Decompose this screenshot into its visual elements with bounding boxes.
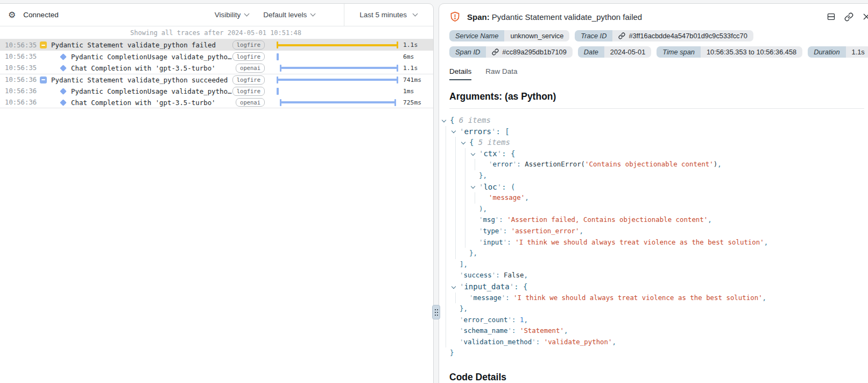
tab-raw-data[interactable]: Raw Data <box>485 67 517 80</box>
code-line: }, <box>442 248 868 259</box>
indent-guide <box>462 192 471 204</box>
indent-guide <box>471 192 481 204</box>
indent-guide <box>442 303 452 315</box>
time-range-selector[interactable]: Last 5 minutes <box>344 4 433 26</box>
link-icon[interactable] <box>618 32 625 39</box>
code-text: }, <box>479 170 487 182</box>
close-icon[interactable] <box>862 12 868 21</box>
indent-guide <box>462 182 471 193</box>
indent-guide <box>462 204 471 215</box>
span-detail-panel: Span: Pydantic Statement validate_python… <box>439 3 868 383</box>
meta-pill-trace-id: Trace ID#3ff16acbdde4a547b01d9c9c533fcc7… <box>575 30 753 41</box>
tree-collapse-icon[interactable] <box>452 281 460 293</box>
trace-row-duration: 1ms <box>403 88 433 95</box>
copy-link-icon[interactable] <box>844 12 853 22</box>
split-view-icon[interactable] <box>827 12 836 21</box>
trace-row-icon-area <box>60 66 67 71</box>
meta-pill-label: Service Name <box>449 30 504 41</box>
trace-list-menus: Visibility Default levels Last 5 minutes <box>215 4 433 26</box>
code-text: 'type': 'assertion_error', <box>479 226 583 237</box>
trace-row[interactable]: 10:56:35Pydantic CompletionUsage validat… <box>0 51 433 62</box>
trace-row-icon-area <box>40 41 47 48</box>
code-text: { 6 items <box>450 115 491 126</box>
tree-collapse-icon[interactable] <box>471 148 479 159</box>
indent-guide <box>442 226 452 237</box>
code-line: 'success': False, <box>442 270 868 281</box>
tab-details[interactable]: Details <box>449 67 471 80</box>
tree-collapse-icon[interactable] <box>442 115 450 126</box>
chevron-down-icon <box>244 11 250 17</box>
trace-row[interactable]: 10:56:35Chat Completion with 'gpt-3.5-tu… <box>0 62 433 74</box>
collapse-toggle-warning-icon[interactable] <box>40 41 47 48</box>
code-line: ], <box>442 259 868 270</box>
trace-row-time: 10:56:35 <box>0 41 36 49</box>
trace-row-icon-area <box>60 89 67 94</box>
code-text: }, <box>469 248 477 259</box>
trace-duration-bar <box>280 99 397 106</box>
trace-row-bar-track <box>270 53 398 61</box>
trace-row-bar-track <box>270 64 398 72</box>
tree-collapse-icon[interactable] <box>471 182 479 193</box>
code-line: } <box>442 347 868 359</box>
indent-guide <box>452 137 462 148</box>
meta-pill-label: Time span <box>657 46 701 58</box>
trace-row-duration: 1.1s <box>403 65 433 72</box>
scope-badge: logfire <box>232 40 265 50</box>
trace-duration-bar <box>277 76 398 83</box>
indent-guide <box>471 159 481 170</box>
indent-guide <box>442 270 452 281</box>
panel-resize-handle[interactable] <box>432 305 440 319</box>
trace-row-time: 10:56:36 <box>0 87 36 95</box>
code-text: ], <box>460 259 468 270</box>
meta-pill-value-text: 10:56:35.353 to 10:56:36.458 <box>707 48 796 56</box>
code-text: 'success': False, <box>460 270 528 281</box>
meta-pill-duration: Duration1.1s <box>808 46 868 58</box>
trace-row-duration: 741ms <box>403 76 433 83</box>
link-icon[interactable] <box>492 48 499 55</box>
span-title-text: Pydantic Statement validate_python faile… <box>492 12 642 22</box>
default-levels-menu[interactable]: Default levels <box>263 11 315 19</box>
trace-row[interactable]: 10:56:36Chat Completion with 'gpt-3.5-tu… <box>0 97 433 108</box>
trace-row-time: 10:56:36 <box>0 99 36 106</box>
tree-collapse-icon[interactable] <box>452 126 460 137</box>
code-text: 'input': 'I think we should always treat… <box>479 237 768 248</box>
meta-pill-value: #cc89a295db1b7109 <box>486 46 573 58</box>
meta-pill-value: 1.1s <box>846 46 868 58</box>
code-text: 'msg': 'Assertion failed, Contains objec… <box>479 214 712 226</box>
meta-pill-label: Trace ID <box>575 30 612 41</box>
indent-guide <box>462 170 471 182</box>
trace-row[interactable]: 10:56:36Pydantic Statement validate_pyth… <box>0 74 433 85</box>
scope-badge: logfire <box>232 87 265 96</box>
meta-pill-value-text: 1.1s <box>852 48 865 56</box>
span-diamond-icon <box>60 65 67 72</box>
trace-row-duration: 6ms <box>403 53 433 60</box>
trace-row[interactable]: 10:56:36Pydantic CompletionUsage validat… <box>0 86 433 97</box>
code-line: 'loc': ( <box>442 182 868 193</box>
trace-row-time: 10:56:36 <box>0 76 36 83</box>
logfire-live-view: { "colors": { "warning_yellow": "#f0bb12… <box>0 0 868 383</box>
collapse-toggle-info-icon[interactable] <box>40 76 47 83</box>
meta-pill-value-text: #cc89a295db1b7109 <box>502 48 567 56</box>
code-text: 'message': 'I think we should always tre… <box>469 293 766 304</box>
code-text: 'error': AssertionError('Contains object… <box>489 159 722 170</box>
gear-icon[interactable]: ⚙ <box>8 11 16 19</box>
trace-rows: 10:56:35Pydantic Statement validate_pyth… <box>0 39 433 108</box>
meta-pill-label: Duration <box>808 46 845 58</box>
trace-row-bar-track <box>270 76 398 84</box>
code-text: 'message', <box>489 192 529 204</box>
indent-guide <box>452 182 462 193</box>
tree-collapse-icon[interactable] <box>462 137 469 148</box>
indent-guide <box>442 293 452 304</box>
visibility-menu[interactable]: Visibility <box>215 11 249 19</box>
indent-guide <box>442 126 452 137</box>
trace-row[interactable]: 10:56:35Pydantic Statement validate_pyth… <box>0 39 433 51</box>
indent-guide <box>442 159 452 170</box>
code-line: { 5 items <box>442 137 868 148</box>
indent-guide <box>442 337 452 348</box>
code-line: 'msg': 'Assertion failed, Contains objec… <box>442 214 868 226</box>
code-details-heading: Code Details <box>449 372 868 383</box>
span-detail-header: Span: Pydantic Statement validate_python… <box>449 11 868 23</box>
code-line: 'errors': [ <box>442 126 868 137</box>
trace-row-icon-area <box>60 54 67 59</box>
indent-guide <box>452 248 462 259</box>
